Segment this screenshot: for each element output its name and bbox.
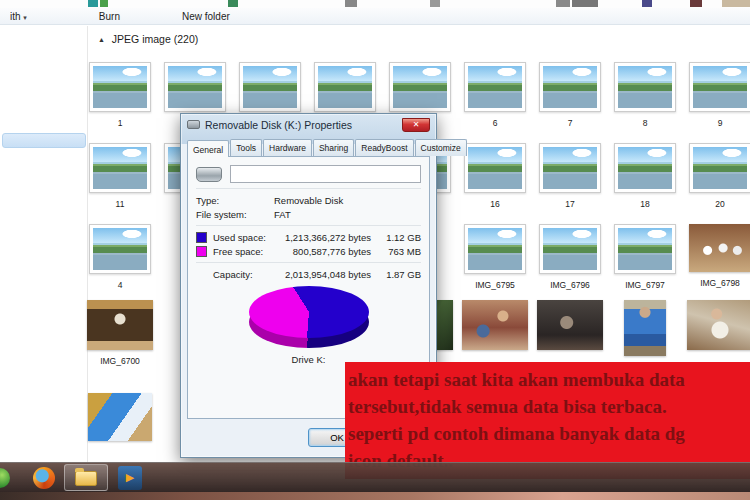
thumbnail-item[interactable]: 1 xyxy=(85,62,155,128)
type-label: Type: xyxy=(196,195,274,206)
tab-general[interactable]: General xyxy=(187,140,229,157)
thumbnail-item[interactable]: 11 xyxy=(85,143,155,209)
sidebar-selected-item[interactable] xyxy=(2,133,86,148)
thumbnail-item[interactable] xyxy=(610,300,680,362)
thumbnail-item[interactable]: IMG_6700 xyxy=(85,300,155,366)
thumbnail-item[interactable]: 17 xyxy=(535,143,605,209)
image-placeholder-thumbnail xyxy=(614,62,676,112)
image-placeholder-thumbnail xyxy=(89,224,151,274)
close-icon[interactable]: ✕ xyxy=(402,118,430,132)
banner-line: akan tetapi saat kita akan membuka data xyxy=(348,366,750,393)
capacity-size: 1.87 GB xyxy=(371,269,421,280)
group-header-label: JPEG image (220) xyxy=(112,33,198,45)
share-with-button[interactable]: ith ▾ xyxy=(0,9,37,24)
image-placeholder-thumbnail xyxy=(464,143,526,193)
image-placeholder-thumbnail xyxy=(314,62,376,112)
thumbnail-item[interactable]: IMG_6798 xyxy=(685,224,750,288)
thumbnail-item[interactable]: 8 xyxy=(610,62,680,128)
photo-thumbnail xyxy=(88,393,152,441)
file-label: 1 xyxy=(85,118,155,128)
media-player-icon[interactable]: ▶ xyxy=(118,466,142,490)
free-space-size: 763 MB xyxy=(371,246,421,257)
image-placeholder-thumbnail xyxy=(689,143,750,193)
pie-chart-top xyxy=(249,286,369,338)
new-folder-label: New folder xyxy=(182,11,230,22)
capacity-bytes: 2,013,954,048 bytes xyxy=(269,269,371,280)
thumbnail-item[interactable]: 16 xyxy=(460,143,530,209)
image-placeholder-thumbnail xyxy=(464,62,526,112)
thumbnail-item[interactable]: IMG_6797 xyxy=(610,224,680,290)
clipped-thumbnail-fragment xyxy=(572,0,598,7)
thumbnail-item[interactable]: 4 xyxy=(85,224,155,290)
thumbnail-item[interactable]: 9 xyxy=(685,62,750,128)
file-label: 6 xyxy=(460,118,530,128)
divider xyxy=(196,262,421,263)
thumbnail-item[interactable]: 7 xyxy=(535,62,605,128)
photo-thumbnail xyxy=(624,300,666,356)
navigation-pane xyxy=(0,26,88,462)
image-placeholder-thumbnail xyxy=(539,143,601,193)
dialog-tab-strip: General Tools Hardware Sharing ReadyBoos… xyxy=(181,135,436,156)
image-placeholder-thumbnail xyxy=(689,62,750,112)
burn-button[interactable]: Burn xyxy=(89,9,130,24)
clipped-thumbnail-fragment xyxy=(100,0,108,7)
file-label: 20 xyxy=(685,199,750,209)
photo-thumbnail xyxy=(687,300,750,350)
image-placeholder-thumbnail xyxy=(614,224,676,274)
file-label: IMG_6798 xyxy=(685,278,750,288)
desktop-wallpaper xyxy=(0,492,750,500)
file-label: IMG_6700 xyxy=(85,356,155,366)
divider xyxy=(196,188,421,189)
disk-usage-pie-chart: Drive K: xyxy=(196,286,421,365)
burn-label: Burn xyxy=(99,11,120,22)
image-placeholder-thumbnail xyxy=(239,62,301,112)
removable-disk-icon xyxy=(196,167,222,182)
thumbnail-item[interactable]: 18 xyxy=(610,143,680,209)
thumbnail-item[interactable] xyxy=(535,300,605,356)
used-space-label: Used space: xyxy=(213,232,269,243)
taskbar: ▶ xyxy=(0,462,750,492)
drive-icon xyxy=(187,120,200,129)
start-orb-icon[interactable] xyxy=(0,468,10,488)
group-header[interactable]: ▲ JPEG image (220) xyxy=(98,33,198,45)
used-space-bytes: 1,213,366,272 bytes xyxy=(269,232,371,243)
new-folder-button[interactable]: New folder xyxy=(172,9,240,24)
share-with-label: ith xyxy=(10,11,21,22)
thumbnail-item[interactable] xyxy=(460,300,530,356)
tab-tools[interactable]: Tools xyxy=(230,139,262,156)
thumbnail-item[interactable]: 20 xyxy=(685,143,750,209)
explorer-taskbar-button[interactable] xyxy=(64,464,108,491)
image-placeholder-thumbnail xyxy=(89,143,151,193)
volume-label-input[interactable] xyxy=(230,165,421,183)
filesystem-label: File system: xyxy=(196,209,274,220)
collapse-arrow-icon: ▲ xyxy=(98,36,105,43)
banner-line: seperti pd contoh dimana banyak data dg xyxy=(348,420,750,447)
thumbnail-item[interactable] xyxy=(685,300,750,356)
clipped-thumbnail-fragment xyxy=(228,0,238,7)
file-label: 11 xyxy=(85,199,155,209)
file-label: IMG_6796 xyxy=(535,280,605,290)
tab-hardware[interactable]: Hardware xyxy=(263,139,312,156)
image-placeholder-thumbnail xyxy=(389,62,451,112)
thumbnail-item[interactable]: IMG_6795 xyxy=(460,224,530,290)
image-placeholder-thumbnail xyxy=(89,62,151,112)
tab-readyboost[interactable]: ReadyBoost xyxy=(355,139,413,156)
thumbnail-item[interactable]: IMG_6796 xyxy=(535,224,605,290)
clipped-thumbnail-fragment xyxy=(722,0,750,7)
file-label: 8 xyxy=(610,118,680,128)
image-placeholder-thumbnail xyxy=(464,224,526,274)
firefox-icon[interactable] xyxy=(33,467,55,489)
clipped-thumbnail-fragment xyxy=(690,0,702,7)
tab-customize[interactable]: Customize xyxy=(415,139,467,156)
chevron-down-icon: ▾ xyxy=(23,14,27,21)
thumbnail-item[interactable] xyxy=(85,393,155,447)
file-label: 7 xyxy=(535,118,605,128)
dialog-titlebar[interactable]: Removable Disk (K:) Properties ✕ xyxy=(181,114,436,135)
banner-line: tersebut,tidak semua data bisa terbaca. xyxy=(348,393,750,420)
free-space-swatch xyxy=(196,246,207,257)
tab-sharing[interactable]: Sharing xyxy=(313,139,354,156)
free-space-label: Free space: xyxy=(213,246,269,257)
clipped-thumbnail-fragment xyxy=(642,0,652,7)
thumbnail-item[interactable]: 6 xyxy=(460,62,530,128)
divider xyxy=(196,225,421,226)
